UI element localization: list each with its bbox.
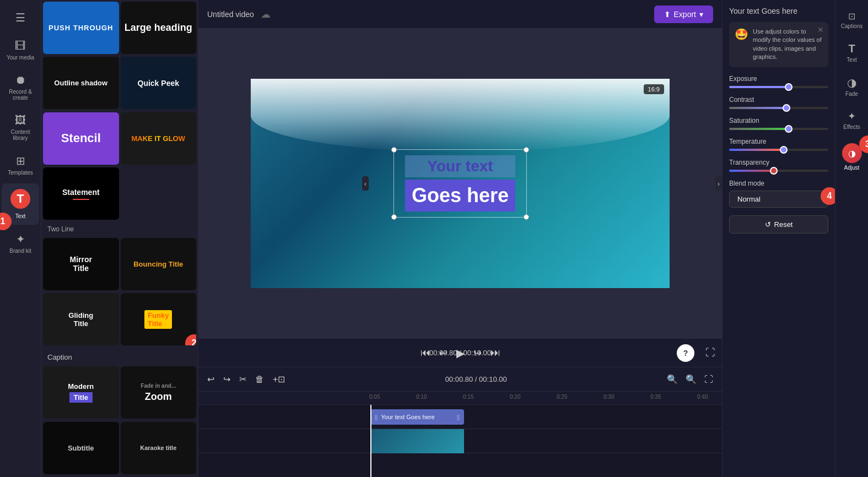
text-clip-label: Your text Goes here: [381, 414, 434, 420]
export-label: Export: [674, 10, 696, 19]
chevron-right-icon: ›: [718, 180, 720, 188]
fit-button[interactable]: ⛶: [702, 372, 715, 387]
exposure-track[interactable]: [729, 86, 828, 88]
ruler-mark-0: 0:05: [369, 394, 380, 400]
sidebar-item-brand[interactable]: ✦ Brand kit: [2, 227, 39, 259]
ruler-mark-7: 0:40: [697, 394, 708, 400]
adjust-circle: ◑: [842, 143, 862, 163]
aspect-ratio-badge: 16:9: [644, 84, 664, 94]
bouncing-title-label: Bouncing Title: [133, 260, 183, 268]
text-card-make-it-glow[interactable]: MAKE IT GLOW: [121, 112, 197, 165]
handle-tl[interactable]: [391, 147, 397, 153]
cut-button[interactable]: ✂: [237, 372, 249, 387]
tip-box: 🤩 Use adjust colors to modify the color …: [729, 22, 828, 67]
fullscreen-button[interactable]: ⛶: [705, 347, 715, 359]
sidebar-item-hamburger[interactable]: ☰: [2, 6, 39, 32]
sidebar-item-record[interactable]: ⏺ Record &create: [2, 68, 39, 106]
sidebar-item-media[interactable]: 🎞 Your media: [2, 34, 39, 66]
stencil-label: Stencil: [61, 131, 101, 145]
text-card-quick-peek[interactable]: Quick Peek: [121, 57, 197, 109]
text-card-mirror-title[interactable]: MirrorTitle: [43, 238, 119, 290]
saturation-group: Saturation: [729, 117, 828, 130]
sidebar-item-content[interactable]: 🖼 Contentlibrary: [2, 109, 39, 147]
delete-button[interactable]: 🗑: [253, 372, 266, 387]
adjust-panel-content: Your text Goes here 🤩 Use adjust colors …: [723, 0, 835, 477]
text-clip[interactable]: Your text Goes here: [370, 409, 464, 425]
redo-button[interactable]: ↪: [221, 372, 233, 387]
exposure-fill: [729, 86, 789, 88]
exposure-label: Exposure: [729, 75, 828, 83]
ruler-mark-1: 0:10: [416, 394, 427, 400]
sidebar-item-templates[interactable]: ⊞ Templates: [2, 149, 39, 181]
blend-mode-label: Blend mode: [729, 180, 828, 187]
undo-button[interactable]: ↩: [205, 372, 217, 387]
right-item-effects[interactable]: ✦ Effects: [837, 105, 867, 135]
reset-icon: ↺: [765, 220, 771, 229]
text-card-zoom[interactable]: Fade in and... Zoom: [121, 366, 197, 419]
adjust-label: Adjust: [844, 165, 860, 171]
ruler-mark-3: 0:20: [510, 394, 520, 400]
adjust-icon: ◑: [848, 148, 856, 159]
temperature-thumb[interactable]: [780, 146, 788, 154]
text-panel: PUSH THROUGH Large heading Outline shado…: [41, 0, 198, 477]
text-card-large-heading[interactable]: Large heading: [121, 2, 197, 54]
contrast-fill: [729, 107, 786, 109]
text-card-push-through[interactable]: PUSH THROUGH: [43, 2, 119, 54]
right-item-captions[interactable]: ⊡ Captions: [837, 6, 867, 35]
transparency-thumb[interactable]: [770, 167, 778, 175]
text-card-karaoke[interactable]: Karaoke title: [121, 422, 197, 474]
handle-bl[interactable]: [391, 214, 397, 220]
export-button[interactable]: ⬆ Export ▾: [654, 6, 713, 23]
saturation-thumb[interactable]: [785, 125, 792, 133]
text-card-modern-title[interactable]: Modern Title: [43, 366, 119, 419]
text-card-outline-shadow[interactable]: Outline shadow: [43, 57, 119, 109]
ruler-mark-6: 0:35: [650, 394, 661, 400]
fade-icon: ◑: [847, 76, 856, 89]
text-card-stencil[interactable]: Stencil: [43, 112, 119, 165]
add-button[interactable]: +⊡: [271, 372, 287, 387]
modern-title-top: Modern: [68, 382, 94, 391]
brand-icon: ✦: [16, 232, 25, 246]
temperature-track[interactable]: [729, 149, 828, 151]
contrast-thumb[interactable]: [783, 104, 790, 112]
captions-icon: ⊡: [848, 11, 855, 21]
text-card-funky-title[interactable]: FunkyTitle 2: [121, 293, 197, 345]
playhead[interactable]: [370, 405, 371, 477]
playback-bar: ⏮ ↩ ▶ ↪ ⏭ 00:00.80 / 00:10.00 ? ⛶: [198, 338, 722, 367]
right-item-fade[interactable]: ◑ Fade: [837, 71, 867, 102]
reset-button[interactable]: ↺ Reset: [729, 215, 828, 234]
text-card-gliding-title[interactable]: GlidingTitle: [43, 293, 119, 345]
modern-title-bottom: Title: [69, 392, 93, 403]
panel-toggle[interactable]: ‹: [362, 176, 369, 191]
close-tip-button[interactable]: ✕: [817, 25, 824, 34]
saturation-track[interactable]: [729, 128, 828, 130]
far-right-panel: ⊡ Captions T Text ◑ Fade ✦ Effects ◑ Adj…: [835, 0, 868, 477]
skip-forward-button[interactable]: ⏭: [490, 347, 500, 359]
zoom-in-button[interactable]: 🔍: [683, 372, 699, 387]
right-item-adjust[interactable]: ◑ Adjust 3: [837, 138, 867, 176]
text-card-subtitle[interactable]: Subtitle: [43, 422, 119, 474]
right-panel-toggle[interactable]: ›: [715, 176, 722, 191]
skip-back-button[interactable]: ⏮: [420, 347, 430, 359]
zoom-out-button[interactable]: 🔍: [665, 372, 680, 387]
timeline-tracks: Your text Goes here: [198, 405, 722, 477]
sidebar-item-text[interactable]: T Text 1: [2, 183, 39, 225]
text-card-bouncing-title[interactable]: Bouncing Title: [121, 238, 197, 290]
contrast-track[interactable]: [729, 107, 828, 109]
transparency-track[interactable]: [729, 170, 828, 172]
blend-mode-select[interactable]: Normal Multiply Screen Overlay: [729, 191, 828, 208]
make-it-glow-label: MAKE IT GLOW: [132, 134, 186, 143]
zoom-label: Zoom: [145, 391, 172, 403]
right-item-text[interactable]: T Text: [837, 37, 867, 68]
saturation-label: Saturation: [729, 117, 828, 124]
exposure-thumb[interactable]: [785, 83, 792, 91]
text-element[interactable]: Your text Goes here: [393, 149, 527, 218]
text-card-statement[interactable]: Statement: [43, 167, 119, 220]
fade-label: Fade: [845, 91, 858, 97]
two-line-section: Two Line: [43, 223, 196, 236]
help-button[interactable]: ?: [677, 344, 694, 362]
text-right-label: Text: [847, 57, 856, 63]
canvas[interactable]: Your text Goes here 16:9: [251, 79, 670, 288]
effects-icon: ✦: [848, 110, 856, 122]
video-clip[interactable]: [370, 429, 464, 453]
